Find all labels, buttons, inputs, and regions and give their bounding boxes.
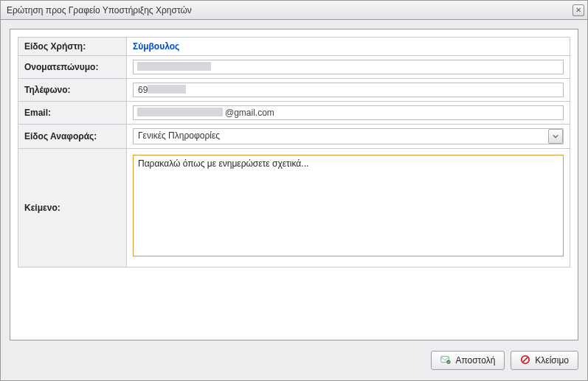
svg-line-3 [523, 357, 528, 362]
close-icon: ✕ [575, 1, 581, 20]
titlebar: Ερώτηση προς Γραφείο Υποστήριξης Χρηστών… [1, 1, 587, 20]
value-usertype: Σύμβουλος [133, 41, 179, 52]
label-usertype: Είδος Χρήστη: [18, 38, 127, 56]
close-button[interactable]: Κλείσιμο [511, 351, 578, 370]
label-email: Email: [18, 102, 127, 125]
row-phone: Τηλέφωνο: [18, 79, 570, 102]
label-fullname: Ονοματεπώνυμο: [18, 56, 127, 79]
button-bar: Αποστολή Κλείσιμο [10, 348, 578, 373]
phone-input[interactable] [133, 83, 564, 97]
label-reporttype: Είδος Αναφοράς: [18, 125, 127, 149]
reporttype-select[interactable]: Γενικές Πληροφορίες [133, 128, 564, 144]
label-text: Κείμενο: [18, 149, 127, 268]
row-reporttype: Είδος Αναφοράς: Γενικές Πληροφορίες [18, 125, 570, 149]
send-button[interactable]: Αποστολή [431, 351, 505, 370]
dialog-window: Ερώτηση προς Γραφείο Υποστήριξης Χρηστών… [0, 0, 588, 381]
email-input[interactable] [133, 105, 564, 120]
label-phone: Τηλέφωνο: [18, 79, 127, 102]
fullname-input[interactable] [133, 60, 564, 74]
prohibit-icon [520, 354, 530, 367]
send-button-label: Αποστολή [455, 355, 495, 366]
row-usertype: Είδος Χρήστη: Σύμβουλος [18, 38, 570, 56]
window-close-button[interactable]: ✕ [573, 4, 584, 16]
form-panel: Είδος Χρήστη: Σύμβουλος Ονοματεπώνυμο: Τ… [10, 29, 578, 340]
row-email: Email: [18, 102, 570, 125]
form-table: Είδος Χρήστη: Σύμβουλος Ονοματεπώνυμο: Τ… [18, 37, 570, 268]
window-title: Ερώτηση προς Γραφείο Υποστήριξης Χρηστών [7, 1, 192, 20]
message-textarea[interactable] [133, 155, 564, 256]
row-text: Κείμενο: [18, 149, 570, 268]
row-fullname: Ονοματεπώνυμο: [18, 56, 570, 79]
spacer [18, 268, 570, 356]
close-button-label: Κλείσιμο [535, 355, 569, 366]
mail-send-icon [440, 354, 451, 367]
